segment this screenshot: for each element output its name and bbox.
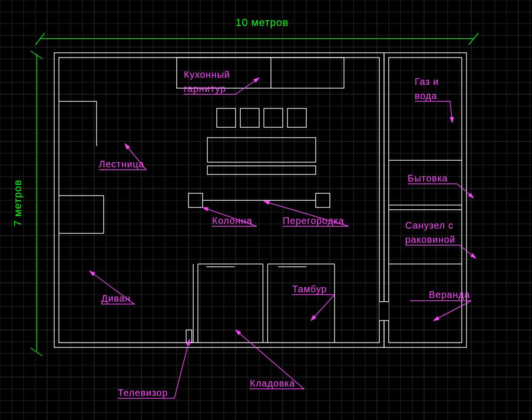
label-toilet: Санузел с — [405, 220, 453, 231]
floor-plan-canvas[interactable]: 10 метров 7 метров — [0, 0, 532, 420]
label-tv: Телевизор — [118, 387, 168, 398]
label-gas: Газ и — [415, 76, 439, 87]
dimension-width: 10 метров — [35, 16, 478, 45]
label-kitchen: Кухонный — [184, 69, 230, 80]
width-dimension-label: 10 метров — [236, 16, 288, 28]
svg-rect-96 — [379, 302, 389, 321]
label-toilet-2: раковиной — [405, 234, 455, 245]
label-gas-2: вода — [415, 91, 437, 101]
label-utility: Бытовка — [408, 173, 448, 183]
label-partition: Перегородка — [283, 215, 344, 226]
height-dimension-label: 7 метров — [12, 180, 24, 226]
label-column: Колонна — [212, 215, 253, 226]
label-veranda: Веранда — [429, 289, 470, 300]
label-vestibule: Тамбур — [292, 284, 327, 294]
label-kitchen-2: гарнитур — [184, 83, 226, 94]
label-storage: Кладовка — [250, 378, 295, 388]
dimension-height: 7 метров — [12, 51, 42, 356]
label-stairs: Лестница — [99, 159, 144, 169]
